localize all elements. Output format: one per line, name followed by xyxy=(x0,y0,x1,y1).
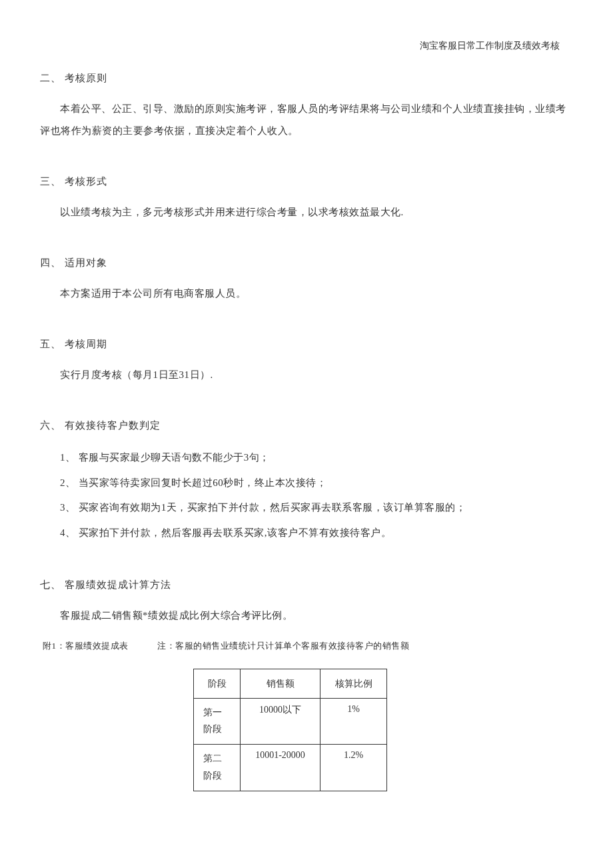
table-cell-ratio: 1% xyxy=(320,699,387,745)
attachment-line: 附1：客服绩效提成表 注：客服的销售业绩统计只计算单个客服有效接待客户的销售额 xyxy=(40,640,573,652)
attachment-label: 附1：客服绩效提成表 xyxy=(43,640,129,652)
list-item: 3、 买家咨询有效期为1天，买家拍下并付款，然后买家再去联系客服，该订单算客服的… xyxy=(40,495,573,521)
section-3: 三、 考核形式 以业绩考核为主，多元考核形式并用来进行综合考量，以求考核效益最大… xyxy=(40,175,573,223)
list-item: 1、 客服与买家最少聊天语句数不能少于3句； xyxy=(40,445,573,471)
section-3-paragraph: 以业绩考核为主，多元考核形式并用来进行综合考量，以求考核效益最大化. xyxy=(40,201,573,223)
section-4-paragraph: 本方案适用于本公司所有电商客服人员。 xyxy=(40,283,573,305)
section-5-paragraph: 实行月度考核（每月1日至31日）. xyxy=(40,364,573,386)
section-5: 五、 考核周期 实行月度考核（每月1日至31日）. xyxy=(40,338,573,386)
section-4: 四、 适用对象 本方案适用于本公司所有电商客服人员。 xyxy=(40,257,573,305)
table-cell-sales: 10001-20000 xyxy=(241,745,320,791)
list-item: 2、 当买家等待卖家回复时长超过60秒时，终止本次接待； xyxy=(40,471,573,496)
section-2-paragraph: 本着公平、公正、引导、激励的原则实施考评，客服人员的考评结果将与公司业绩和个人业… xyxy=(40,98,573,142)
section-3-heading: 三、 考核形式 xyxy=(40,175,573,188)
table-cell-sales: 10000以下 xyxy=(241,699,320,745)
page-header: 淘宝客服日常工作制度及绩效考核 xyxy=(40,40,573,52)
table-header-row: 阶段 销售额 核算比例 xyxy=(194,669,387,699)
table-cell-stage: 第二阶段 xyxy=(194,745,241,791)
section-2: 二、 考核原则 本着公平、公正、引导、激励的原则实施考评，客服人员的考评结果将与… xyxy=(40,72,573,142)
list-item: 4、 买家拍下并付款，然后客服再去联系买家,该客户不算有效接待客户。 xyxy=(40,521,573,546)
section-6-heading: 六、 有效接待客户数判定 xyxy=(40,419,573,432)
table-row: 第二阶段 10001-20000 1.2% xyxy=(194,745,387,791)
section-6-list: 1、 客服与买家最少聊天语句数不能少于3句； 2、 当买家等待卖家回复时长超过6… xyxy=(40,445,573,545)
section-6: 六、 有效接待客户数判定 1、 客服与买家最少聊天语句数不能少于3句； 2、 当… xyxy=(40,419,573,545)
section-4-heading: 四、 适用对象 xyxy=(40,257,573,269)
table-cell-stage: 第一阶段 xyxy=(194,699,241,745)
commission-table: 阶段 销售额 核算比例 第一阶段 10000以下 1% 第二阶段 10001-2… xyxy=(193,669,387,791)
table-header-ratio: 核算比例 xyxy=(320,669,387,699)
table-header-stage: 阶段 xyxy=(194,669,241,699)
page-title: 淘宝客服日常工作制度及绩效考核 xyxy=(420,41,560,51)
table-header-sales: 销售额 xyxy=(241,669,320,699)
section-7-paragraph: 客服提成二销售额*绩效提成比例大综合考评比例。 xyxy=(40,605,573,627)
section-7-heading: 七、 客服绩效提成计算方法 xyxy=(40,579,573,591)
attachment-note: 注：客服的销售业绩统计只计算单个客服有效接待客户的销售额 xyxy=(157,641,409,651)
section-7: 七、 客服绩效提成计算方法 客服提成二销售额*绩效提成比例大综合考评比例。 附1… xyxy=(40,579,573,791)
section-2-heading: 二、 考核原则 xyxy=(40,72,573,85)
table-row: 第一阶段 10000以下 1% xyxy=(194,699,387,745)
section-5-heading: 五、 考核周期 xyxy=(40,338,573,351)
table-cell-ratio: 1.2% xyxy=(320,745,387,791)
